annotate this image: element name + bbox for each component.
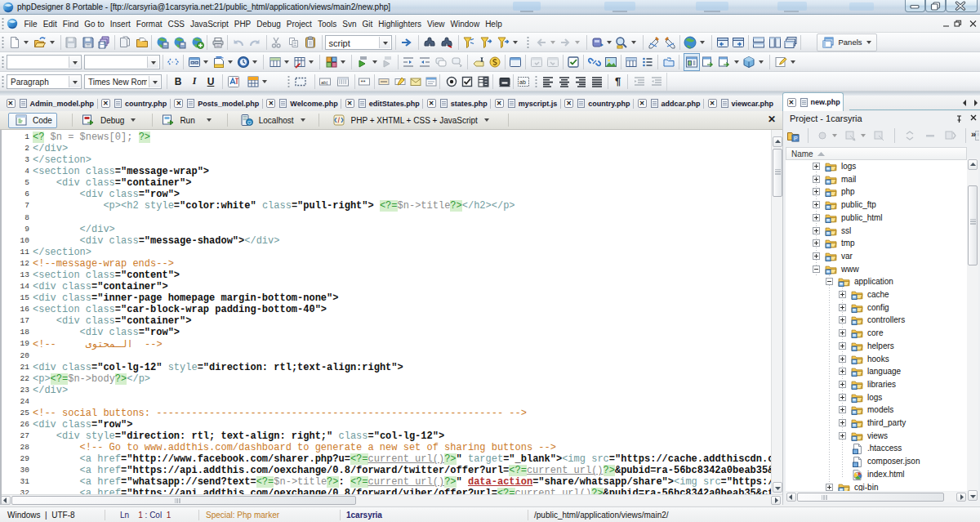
svg-text:**: ** (361, 78, 366, 86)
svg-text:ab: ab (519, 79, 526, 85)
svg-text:ab|: ab| (321, 79, 328, 84)
svg-text:P: P (794, 135, 798, 141)
